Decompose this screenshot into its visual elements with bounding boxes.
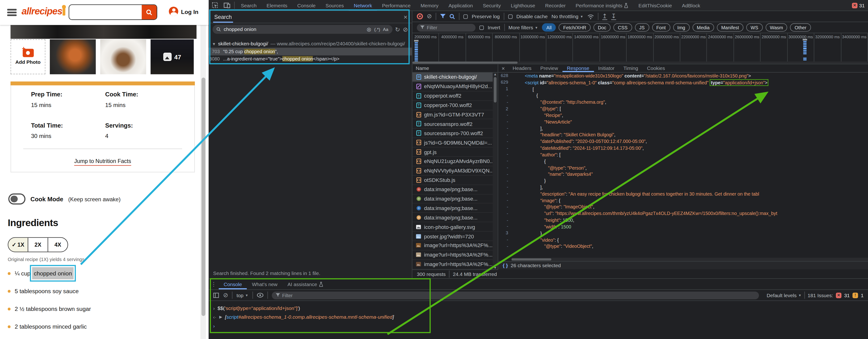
site-logo[interactable]: allrecipes — [22, 6, 65, 17]
network-request-row[interactable]: data:image/png;base... — [412, 213, 498, 223]
clear-network-log-icon[interactable]: ⊘ — [427, 13, 432, 19]
devtools-tab-performance[interactable]: Performance — [377, 0, 415, 11]
filter-chip-font[interactable]: Font — [652, 23, 670, 32]
default-levels-dropdown[interactable]: Default levels▼ — [767, 292, 802, 298]
inspect-element-icon[interactable] — [209, 2, 221, 8]
devtools-tab-security[interactable]: Security — [478, 0, 506, 11]
response-body[interactable]: 628<meta name="msapplication-wide310x150… — [498, 73, 868, 258]
devtools-tab-performance-insights[interactable]: Performance insights — [571, 0, 633, 11]
network-request-row[interactable]: icon-photo-gallery.svg — [412, 222, 498, 232]
recipe-search-box[interactable]: Find a recipe or ingredient — [69, 4, 157, 20]
throttling-dropdown[interactable]: No throttling▼ — [552, 13, 584, 19]
devtools-tab-network[interactable]: Network — [349, 0, 377, 11]
issues-label[interactable]: 181 Issues: — [808, 292, 833, 298]
preserve-log-checkbox[interactable] — [463, 14, 468, 19]
recipe-search-button[interactable] — [142, 5, 157, 19]
close-icon[interactable]: × — [403, 13, 407, 21]
highlighted-ingredient-text[interactable]: chopped onion — [32, 267, 73, 280]
network-request-row[interactable]: gpt.js — [412, 147, 498, 157]
expand-triangle-icon[interactable]: ▶ — [219, 315, 222, 319]
filter-chip-img[interactable]: Img — [673, 23, 690, 32]
console-result[interactable]: ‹· ▶ [script#allrecipes-schema_1-0.comp.… — [213, 313, 868, 321]
filter-chip-doc[interactable]: Doc — [593, 23, 611, 32]
photo-gallery-thumbnail[interactable]: 47 — [151, 39, 194, 75]
drawer-tab-ai-assistance[interactable]: AI assistance — [282, 279, 328, 289]
network-conditions-icon[interactable] — [587, 13, 594, 19]
devtools-search-input[interactable]: chopped onion ⊗ (.*) Aa — [213, 25, 392, 34]
filter-chip-manifest[interactable]: Manifest — [717, 23, 743, 32]
page-scrollbar[interactable] — [200, 25, 206, 339]
timeline-scrollbar[interactable] — [412, 61, 868, 63]
live-expression-eye-icon[interactable] — [257, 293, 263, 298]
console-sidebar-icon[interactable] — [213, 292, 219, 298]
recipe-photo-thumbnail[interactable] — [50, 39, 96, 75]
network-request-row[interactable]: eNqNVVty6yAM3dDV9XQN... — [412, 166, 498, 176]
scroll-up-icon[interactable]: ▲ — [494, 73, 497, 76]
response-hscrollbar[interactable] — [512, 258, 868, 261]
network-request-row[interactable]: image?url=https%3A%2F%... — [412, 250, 498, 260]
filter-icon[interactable] — [440, 14, 446, 19]
issues-error-icon[interactable]: ✕ — [852, 3, 857, 8]
import-har-icon[interactable]: ↥ — [602, 13, 607, 20]
devtools-tab-application[interactable]: Application — [443, 0, 478, 11]
page-scrollbar-thumb[interactable] — [201, 78, 205, 316]
devtools-tab-console[interactable]: Console — [292, 0, 321, 11]
devtools-tab-adblock[interactable]: AdBlock — [677, 0, 705, 11]
regex-toggle[interactable]: (.*) — [374, 27, 380, 32]
network-request-row[interactable]: gtm.js?id=GTM-P3X3VT7 — [412, 110, 498, 119]
invert-checkbox[interactable] — [479, 25, 484, 30]
response-hscrollbar-thumb[interactable] — [512, 258, 551, 260]
network-request-row[interactable]: data:image/png;base... — [412, 204, 498, 213]
more-options-icon[interactable]: ⋮ — [209, 281, 219, 287]
scrollbar-thumb[interactable] — [494, 77, 497, 103]
network-request-row[interactable]: Tcopperpot-700.woff2 — [412, 101, 498, 110]
drawer-tab-what-s-new[interactable]: What's new — [247, 279, 283, 289]
console-command[interactable]: › $$('script[type="application/ld+json"]… — [213, 304, 868, 313]
close-detail-icon[interactable]: × — [498, 65, 508, 72]
console-context-dropdown[interactable]: top▼ — [237, 292, 248, 298]
nutrition-facts-link[interactable]: Jump to Nutrition Facts — [74, 158, 131, 166]
search-query[interactable]: chopped onion — [224, 27, 364, 32]
network-request-row[interactable]: otSDKStub.js — [412, 175, 498, 185]
response-tab-cookies[interactable]: Cookies — [643, 64, 670, 72]
record-network-log-button[interactable] — [417, 13, 423, 19]
network-request-row[interactable]: eNqtWNuaoyAMfqHl8yH2d... — [412, 82, 498, 91]
more-filters-dropdown[interactable]: More filters▼ — [508, 25, 538, 30]
search-match-line[interactable]: 703 "0.25 cup chopped onion", — [209, 48, 412, 55]
console-log[interactable]: › $$('script[type="application/ld+json"]… — [209, 301, 868, 330]
export-har-icon[interactable]: ↧ — [611, 13, 616, 20]
scroll-down-icon[interactable]: ▼ — [494, 266, 497, 269]
network-timeline-overview[interactable]: 2000000 ms4000000 ms6000000 ms8000000 ms… — [412, 33, 868, 64]
devtools-tab-search[interactable]: Search — [236, 0, 262, 11]
timeline-scrollbar-thumb[interactable] — [412, 61, 518, 63]
network-request-row[interactable]: Tsourcesanspro-700.woff2 — [412, 129, 498, 138]
filter-chip-all[interactable]: All — [542, 23, 556, 32]
response-tab-preview[interactable]: Preview — [536, 64, 562, 72]
drawer-tab-console[interactable]: Console — [219, 279, 247, 289]
login-button[interactable]: Log In — [169, 7, 199, 16]
network-request-row[interactable]: data:image/png;base... — [412, 194, 498, 204]
console-prompt[interactable]: › — [213, 321, 868, 331]
scale-2x-button[interactable]: 2X — [28, 238, 48, 252]
network-request-row[interactable]: image?url=https%3A%2F%... — [412, 241, 498, 251]
disable-cache-checkbox[interactable] — [508, 14, 513, 19]
expand-triangle-icon[interactable]: ▼ — [212, 42, 216, 46]
search-result-file[interactable]: ▼ skillet-chicken-bulgogi/ — www.allreci… — [209, 40, 412, 48]
filter-chip-wasm[interactable]: Wasm — [765, 23, 787, 32]
devtools-tab-elements[interactable]: Elements — [262, 0, 292, 11]
scale-4x-button[interactable]: 4X — [48, 238, 67, 252]
filter-chip-media[interactable]: Media — [692, 23, 714, 32]
match-case-toggle[interactable]: Aa — [383, 27, 389, 32]
request-list-scrollbar[interactable]: ▲▼ — [493, 73, 498, 269]
network-request-row[interactable]: image?url=https%3A%2F%... — [412, 260, 498, 269]
cook-mode-toggle[interactable] — [8, 194, 26, 205]
filter-chip-fetch-xhr[interactable]: Fetch/XHR — [559, 23, 591, 32]
add-photo-button[interactable]: Add Photo — [11, 39, 45, 75]
devtools-tab-recorder[interactable]: Recorder — [540, 0, 570, 11]
recipe-photo-thumbnail[interactable] — [100, 39, 146, 75]
scale-1x-button[interactable]: ✓1X — [8, 238, 28, 252]
response-tab-response[interactable]: Response — [562, 64, 594, 72]
clear-console-icon[interactable]: ⊘ — [223, 292, 228, 299]
search-match-line[interactable]: 3080 ...a-ingredient-name="true">chopped… — [209, 55, 412, 63]
network-request-row[interactable]: eNqNU21ugzAMvdAyzrBN0... — [412, 157, 498, 166]
